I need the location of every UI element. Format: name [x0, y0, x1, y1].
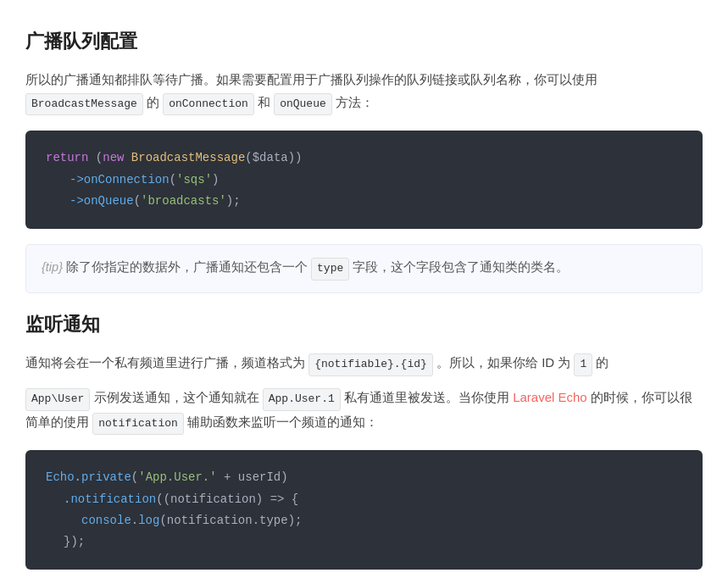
code2-echo-private: Echo — [46, 470, 75, 484]
section1-title: 广播队列配置 — [25, 25, 703, 57]
section2-para1-mid: 。所以，如果你给 ID 为 — [436, 355, 570, 370]
section2-para2-mid2: 私有通道里被发送。当你使用 — [344, 390, 509, 404]
section2-inline-code1: {notifiable}.{id} — [308, 353, 433, 376]
code-arg1: ($data) — [245, 151, 295, 164]
section2-para1-start: 通知将会在一个私有频道里进行广播，频道格式为 — [25, 355, 305, 370]
code-kw-new: new — [103, 151, 124, 164]
tip-text2: 字段，这个字段包含了通知类的类名。 — [353, 260, 569, 274]
section2-para2: App\User 示例发送通知，这个通知就在 App.User.1 私有通道里被… — [25, 387, 703, 436]
section2-inline-code-notification: notification — [92, 413, 184, 436]
code2-line-4: }); — [46, 531, 682, 553]
code-str-sqs: 'sqs' — [176, 173, 212, 186]
section2-para1-end: 的 — [596, 355, 609, 370]
code2-line-2: .notification((notification) => { — [46, 489, 682, 510]
tip-label: {tip} — [42, 260, 63, 274]
section1-inline-code1: BroadcastMessage — [25, 93, 143, 116]
section2-inline-code-appuser: App\User — [25, 388, 90, 411]
section2-para2-mid1: 示例发送通知，这个通知就在 — [94, 390, 259, 404]
code-line-3: ->onQueue('broadcasts'); — [46, 191, 682, 212]
code-fn-onqueue: ->onQueue — [69, 194, 134, 208]
section1-intro-text: 所以的广播通知都排队等待广播。如果需要配置用于广播队列操作的队列链接或队列名称，… — [25, 72, 597, 86]
code-cls-broadcast: BroadcastMessage — [131, 151, 245, 164]
section2-para2-end2: 辅助函数来监听一个频道的通知： — [187, 414, 378, 429]
section1-inline-code3: onQueue — [274, 93, 332, 116]
code-str-broadcasts: 'broadcasts' — [141, 194, 226, 208]
code-kw-return: return — [46, 151, 88, 164]
code-fn-onconnection: ->onConnection — [69, 173, 169, 186]
section1-intro-mid: 的 — [147, 95, 159, 109]
tip-text1: 除了你指定的数据外，广播通知还包含一个 — [66, 260, 308, 274]
section1-inline-code2: onConnection — [163, 93, 254, 116]
section1-intro-para: 所以的广播通知都排队等待广播。如果需要配置用于广播队列操作的队列链接或队列名称，… — [25, 69, 703, 115]
section1-intro-end: 方法： — [336, 95, 374, 109]
code2-line-1: Echo.private('App.User.' + userId) — [46, 467, 682, 488]
code2-line-3: console.log(notification.type); — [46, 510, 682, 531]
section2-title: 监听通知 — [25, 309, 703, 340]
section2-inline-code-channel: App.User.1 — [263, 388, 341, 411]
section2-para1: 通知将会在一个私有频道里进行广播，频道格式为 {notifiable}.{id}… — [25, 352, 703, 376]
tip-inline-code: type — [311, 258, 349, 281]
code-line-1: return (new BroadcastMessage($data)) — [46, 147, 682, 169]
section2-code-block: Echo.private('App.User.' + userId) .noti… — [25, 450, 703, 570]
tip-box: {tip} 除了你指定的数据外，广播通知还包含一个 type 字段，这个字段包含… — [25, 244, 703, 293]
section1-intro-and: 和 — [258, 95, 274, 109]
code-line-2: ->onConnection('sqs') — [46, 170, 682, 191]
laravel-echo-link[interactable]: Laravel Echo — [513, 390, 587, 404]
section1-code-block: return (new BroadcastMessage($data)) ->o… — [25, 131, 703, 229]
section-broadcast-queue: 广播队列配置 所以的广播通知都排队等待广播。如果需要配置用于广播队列操作的队列链… — [25, 25, 703, 293]
section2-inline-code-id: 1 — [574, 353, 592, 376]
section-listen-notification: 监听通知 通知将会在一个私有频道里进行广播，频道格式为 {notifiable}… — [25, 309, 703, 570]
